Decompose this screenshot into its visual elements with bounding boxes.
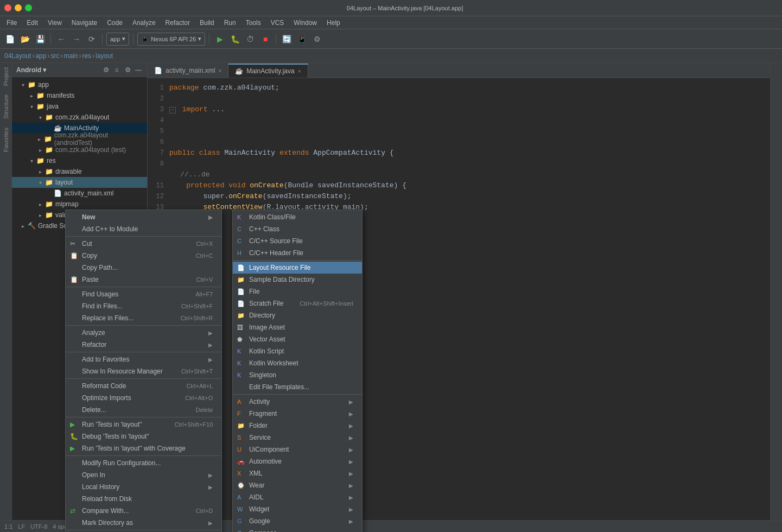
ctx-delete[interactable]: Delete... Delete <box>66 404 221 416</box>
sub-cpp-header[interactable]: H C/C++ Header File <box>233 247 362 259</box>
sub-file[interactable]: 📄 File <box>233 286 362 297</box>
sub-kotlin-worksheet[interactable]: K Kotlin Worksheet <box>233 357 362 369</box>
toolbar-sdk[interactable]: ⚙ <box>310 33 323 46</box>
breadcrumb-item-1[interactable]: app <box>35 52 46 60</box>
menu-tools[interactable]: Tools <box>241 18 265 28</box>
close-button[interactable] <box>4 4 11 11</box>
tab-close-mai[interactable]: × <box>298 68 301 74</box>
ctx-open-in[interactable]: Open In ▶ <box>66 469 221 481</box>
menu-navigate[interactable]: Navigate <box>67 18 101 28</box>
sub-cpp-class[interactable]: C C++ Class <box>233 223 362 235</box>
toolbar-open[interactable]: 📂 <box>18 33 31 46</box>
tree-androidtest[interactable]: ▸ 📁 com.zzk.a04layout (androidTest) <box>12 134 147 144</box>
breadcrumb-item-5[interactable]: layout <box>96 52 113 60</box>
menu-vcs[interactable]: VCS <box>266 18 289 28</box>
sub-directory[interactable]: 📁 Directory <box>233 309 362 321</box>
minimize-button[interactable] <box>15 4 22 11</box>
android-dropdown[interactable]: Android ▾ <box>16 66 46 74</box>
tree-drawable[interactable]: ▸ 📁 drawable <box>12 166 147 177</box>
tree-mipmap[interactable]: ▸ 📁 mipmap <box>12 199 147 210</box>
ctx-run-tests[interactable]: ▶ Run 'Tests in 'layout'' Ctrl+Shift+F10 <box>66 419 221 430</box>
menu-run[interactable]: Run <box>220 18 240 28</box>
toolbar-save[interactable]: 💾 <box>34 33 47 46</box>
ctx-local-history[interactable]: Local History ▶ <box>66 481 221 493</box>
sub-edit-templates[interactable]: Edit File Templates... <box>233 381 362 393</box>
toolbar-debug[interactable]: 🐛 <box>228 33 241 46</box>
sidebar-project-label[interactable]: Project <box>0 63 11 90</box>
ctx-reload[interactable]: Reload from Disk <box>66 493 221 505</box>
breadcrumb-item-3[interactable]: main <box>63 52 78 60</box>
tab-activity-main[interactable]: 📄 activity_main.xml × <box>148 64 228 78</box>
toolbar-stop[interactable]: ■ <box>259 33 272 46</box>
panel-gear-icon[interactable]: ⚙ <box>101 66 110 74</box>
breadcrumb-item-4[interactable]: res <box>82 52 91 60</box>
toolbar-recent[interactable]: ⟳ <box>85 33 98 46</box>
toolbar-sync[interactable]: 🔄 <box>280 33 293 46</box>
panel-list-icon[interactable]: ≡ <box>112 66 121 74</box>
sub-uicomponent[interactable]: U UiComponent ▶ <box>233 444 362 455</box>
ctx-optimize[interactable]: Optimize Imports Ctrl+Alt+O <box>66 392 221 404</box>
sub-aidl[interactable]: A AIDL ▶ <box>233 491 362 503</box>
menu-window[interactable]: Window <box>289 18 321 28</box>
sub-image-asset[interactable]: 🖼 Image Asset <box>233 321 362 333</box>
toolbar-profile[interactable]: ⏱ <box>244 33 257 46</box>
tree-java[interactable]: ▾ 📁 java <box>12 101 147 112</box>
device-dropdown[interactable]: 📱 Nexus 6P API 26 ▾ <box>137 33 205 46</box>
sub-widget[interactable]: W Widget ▶ <box>233 503 362 515</box>
tab-close-am[interactable]: × <box>218 68 221 74</box>
sub-vector-asset[interactable]: ⬟ Vector Asset <box>233 333 362 345</box>
ctx-mark-dir[interactable]: Mark Directory as ▶ <box>66 517 221 529</box>
menu-refactor[interactable]: Refactor <box>161 18 194 28</box>
toolbar-forward[interactable]: → <box>70 33 83 46</box>
sub-xml[interactable]: X XML ▶ <box>233 467 362 479</box>
sub-kotlin-script[interactable]: K Kotlin Script <box>233 345 362 357</box>
ctx-analyze[interactable]: Analyze ▶ <box>66 327 221 339</box>
tab-mainactivity[interactable]: ☕ MainActivity.java × <box>228 64 308 78</box>
sub-kotlin-class[interactable]: K Kotlin Class/File <box>233 211 362 223</box>
sub-automotive[interactable]: 🚗 Automotive ▶ <box>233 455 362 467</box>
ctx-new[interactable]: New ▶ <box>66 211 221 223</box>
sub-wear[interactable]: ⌚ Wear ▶ <box>233 479 362 491</box>
tree-layout[interactable]: ▾ 📁 layout <box>12 177 147 188</box>
sub-layout-resource[interactable]: 📄 Layout Resource File <box>233 262 362 274</box>
sub-sample-data-dir[interactable]: 📁 Sample Data Directory <box>233 274 362 286</box>
menu-help[interactable]: Help <box>322 18 345 28</box>
ctx-compare[interactable]: ⇄ Compare With... Ctrl+D <box>66 505 221 517</box>
sidebar-structure-label[interactable]: Structure <box>0 90 11 123</box>
ctx-show-resource-manager[interactable]: Show In Resource Manager Ctrl+Shift+T <box>66 365 221 377</box>
toolbar-avd[interactable]: 📱 <box>295 33 308 46</box>
sub-fragment[interactable]: F Fragment ▶ <box>233 408 362 420</box>
ctx-add-favorites[interactable]: Add to Favorites ▶ <box>66 353 221 365</box>
toolbar-new[interactable]: 📄 <box>3 33 16 46</box>
config-dropdown[interactable]: app ▾ <box>106 33 129 46</box>
breadcrumb-item-0[interactable]: 04Layout <box>4 52 31 60</box>
sub-scratch-file[interactable]: 📄 Scratch File Ctrl+Alt+Shift+Insert <box>233 297 362 309</box>
menu-view[interactable]: View <box>43 18 66 28</box>
ctx-reformat[interactable]: Reformat Code Ctrl+Alt+L <box>66 380 221 392</box>
maximize-button[interactable] <box>25 4 32 11</box>
tree-package[interactable]: ▾ 📁 com.zzk.a04layout <box>12 112 147 123</box>
toolbar-back[interactable]: ← <box>55 33 68 46</box>
ctx-paste[interactable]: 📋 Paste Ctrl+V <box>66 274 221 286</box>
ctx-run-coverage[interactable]: ▶ Run 'Tests in 'layout'' with Coverage <box>66 442 221 454</box>
fold-btn-3[interactable]: − <box>169 107 176 113</box>
sub-folder[interactable]: 📁 Folder ▶ <box>233 420 362 432</box>
ctx-replace-in-files[interactable]: Replace in Files... Ctrl+Shift+R <box>66 312 221 324</box>
ctx-add-cpp[interactable]: Add C++ to Module <box>66 223 221 235</box>
panel-settings-icon[interactable]: ⚙ <box>123 66 132 74</box>
ctx-cut[interactable]: ✂ Cut Ctrl+X <box>66 238 221 250</box>
ctx-copy-path[interactable]: Copy Path... <box>66 262 221 274</box>
ctx-find-in-files[interactable]: Find in Files... Ctrl+Shift+F <box>66 300 221 312</box>
menu-code[interactable]: Code <box>103 18 127 28</box>
sub-activity[interactable]: A Activity ▶ <box>233 396 362 408</box>
menu-edit[interactable]: Edit <box>22 18 42 28</box>
panel-minimize-icon[interactable]: — <box>134 66 143 74</box>
sub-cpp-source[interactable]: C C/C++ Source File <box>233 235 362 247</box>
sub-google[interactable]: G Google ▶ <box>233 515 362 527</box>
ctx-modify-run[interactable]: Modify Run Configuration... <box>66 457 221 469</box>
sub-compose[interactable]: C Compose ▶ <box>233 527 362 532</box>
breadcrumb-item-2[interactable]: src <box>50 52 59 60</box>
sub-service[interactable]: S Service ▶ <box>233 432 362 444</box>
ctx-refactor[interactable]: Refactor ▶ <box>66 339 221 351</box>
menu-file[interactable]: File <box>2 18 21 28</box>
